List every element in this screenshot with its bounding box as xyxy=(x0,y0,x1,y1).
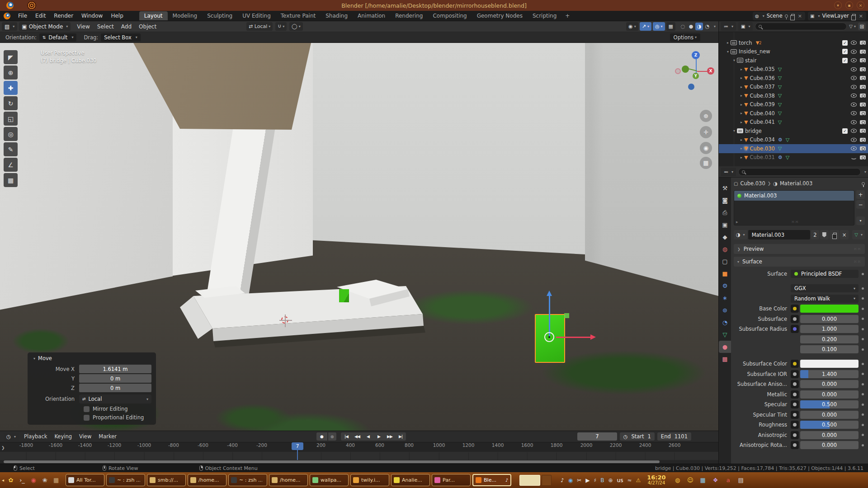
animate-decorator[interactable] xyxy=(862,328,864,330)
outliner-item-name[interactable]: Insides_new xyxy=(739,48,770,55)
render-camera-icon[interactable] xyxy=(860,76,866,80)
taskbar-window-button[interactable]: ~ : zsh ... xyxy=(106,474,145,486)
shading-mode-button[interactable]: ● xyxy=(687,23,695,30)
orientation-dropdown[interactable]: ⇅Default▾ xyxy=(39,33,77,42)
toolbar-tool-button[interactable]: ✚ xyxy=(4,81,18,95)
render-camera-icon[interactable] xyxy=(860,155,866,160)
property-widget[interactable]: 0.500 ▾ xyxy=(800,421,859,429)
socket-button[interactable] xyxy=(791,400,799,408)
playback-button[interactable]: ◀ xyxy=(363,432,373,441)
outliner-row[interactable]: ▸ ▼ Cube.035 ▼ ⚙ ▽ ✓ xyxy=(719,65,868,74)
workspace-tab[interactable]: Sculpting xyxy=(202,11,237,20)
menu-item[interactable]: Window xyxy=(77,11,107,20)
property-widget[interactable]: 0.000 ▾ xyxy=(800,411,859,419)
viewport-menu-item[interactable]: Add xyxy=(118,23,135,30)
keying-extra-button[interactable]: ● xyxy=(328,432,336,441)
toolbar-tool-button[interactable]: ◎ xyxy=(4,127,18,141)
gizmo-x-arrowhead[interactable] xyxy=(590,334,596,340)
slot-expand-arrow[interactable]: ▸ xyxy=(736,220,738,224)
socket-button[interactable] xyxy=(791,390,799,399)
render-camera-icon[interactable] xyxy=(860,120,866,124)
expand-arrow[interactable]: ▾ xyxy=(725,50,731,54)
outliner-row[interactable]: ▸ ▼ Cube.039 ▼ ⚙ ▽ ✓ xyxy=(719,100,868,109)
visibility-eye-icon[interactable] xyxy=(851,76,857,80)
workspace-tab[interactable]: Layout xyxy=(139,11,168,20)
expand-arrow[interactable]: ▾ xyxy=(731,129,737,133)
toolbar-tool-button[interactable]: ∠ xyxy=(4,158,18,172)
animate-decorator[interactable] xyxy=(862,404,864,406)
gizmo-x-axis[interactable] xyxy=(556,337,591,338)
expand-arrow[interactable]: ▸ xyxy=(739,94,744,98)
toolbar-tool-button[interactable]: ⊕ xyxy=(4,66,18,80)
socket-button[interactable] xyxy=(791,325,799,333)
animate-decorator[interactable] xyxy=(862,434,864,436)
outliner-item-name[interactable]: torch xyxy=(739,40,752,46)
fake-user-button[interactable] xyxy=(820,230,829,239)
remove-slot-button[interactable]: − xyxy=(856,200,865,209)
gizmo-y-handle[interactable] xyxy=(564,313,569,318)
property-widget[interactable]: 0.000 ▾ xyxy=(800,380,859,388)
viewport-menu-item[interactable]: View xyxy=(73,23,93,30)
tray-icon[interactable]: ▤ xyxy=(736,476,745,485)
shading-mode-button[interactable]: ◌ xyxy=(679,23,687,30)
visibility-eye-icon[interactable] xyxy=(851,155,857,160)
outliner-row[interactable]: ▸ ▼ Cube.037 ▼ ⚙ ▽ ✓ xyxy=(719,83,868,92)
expand-arrow[interactable]: ▸ xyxy=(739,103,744,107)
socket-button[interactable] xyxy=(791,370,799,378)
clock[interactable]: 16:20 4/27/24 xyxy=(647,475,665,486)
gizmo-center[interactable] xyxy=(544,332,554,342)
property-widget[interactable]: 1.400 ▾ xyxy=(800,370,859,378)
axis-x-ball[interactable]: X xyxy=(707,67,714,75)
transform-orientation-dropdown[interactable]: ⇄ Local▾ xyxy=(246,22,273,31)
animate-decorator[interactable] xyxy=(862,393,864,395)
breadcrumb-material[interactable]: Material.003 xyxy=(780,180,812,187)
surface-section-header[interactable]: ▾Surface⁙⁙ xyxy=(734,257,865,267)
workspace-tab[interactable]: Shading xyxy=(321,11,353,20)
move-field-value[interactable]: 0 m xyxy=(79,384,151,392)
properties-tab[interactable]: ▣ xyxy=(719,219,731,231)
dock-launcher-icon[interactable]: ›_ xyxy=(17,475,27,485)
outliner-item-name[interactable]: Cube.038 xyxy=(750,93,774,99)
dock-launcher-icon[interactable]: ◉ xyxy=(28,475,38,485)
visibility-eye-icon[interactable] xyxy=(851,41,857,45)
properties-tab[interactable]: ▽ xyxy=(719,328,731,341)
property-widget[interactable]: ▾ xyxy=(800,360,859,368)
axis-ball[interactable] xyxy=(682,66,689,73)
animate-decorator[interactable] xyxy=(862,318,864,320)
dock-launcher-icon[interactable]: ❀ xyxy=(40,475,50,485)
menu-item[interactable]: File xyxy=(14,11,31,20)
preview-section-header[interactable]: ❯Preview⁙⁙ xyxy=(734,244,865,254)
properties-tab[interactable]: ⊚ xyxy=(719,304,731,316)
material-slot-list[interactable]: Material.003 ▸⁙⁙ xyxy=(734,190,854,225)
outliner-row[interactable]: ▸ ▼ Cube.030 ▼ ⚙ ▽ ✓ xyxy=(719,144,868,153)
animate-decorator[interactable] xyxy=(862,338,864,340)
shading-mode-button[interactable]: ◔ xyxy=(703,23,711,30)
timeline-editor-type-button[interactable]: ◷▾ xyxy=(4,432,19,441)
panel-collapse-arrow[interactable]: ◂ xyxy=(2,478,4,483)
properties-tab[interactable]: ◙ xyxy=(719,194,731,206)
outliner-row[interactable]: ▾ ▼ bridge ▼ ⚙ ▽ ✓ xyxy=(719,127,868,136)
users-count-button[interactable]: 2 xyxy=(811,230,819,239)
taskbar-window-button[interactable]: /home... xyxy=(188,474,226,486)
auto-keying-button[interactable]: ● xyxy=(316,432,327,441)
animate-decorator[interactable] xyxy=(862,297,864,300)
properties-tab[interactable]: ⎙ xyxy=(719,206,731,219)
tray-icon[interactable]: ▶ xyxy=(585,477,590,483)
new-scene-icon[interactable] xyxy=(791,14,795,18)
outliner-row[interactable]: ▸ ▼ Cube.040 ▼ ⚙ ▽ ✓ xyxy=(719,109,868,118)
move-operator-panel[interactable]: ▾Move Move X 1.6141 m Y 0 m Z 0 m Ori xyxy=(28,352,156,425)
collection-checkbox[interactable]: ✓ xyxy=(842,128,848,134)
shading-mode-button[interactable]: ◑ xyxy=(695,23,703,30)
new-material-button[interactable] xyxy=(830,230,839,239)
slot-specials-button[interactable]: ▾ xyxy=(856,216,865,225)
workspace-other[interactable] xyxy=(542,475,552,486)
taskbar-window-button[interactable]: ~ : zsh ... xyxy=(228,474,267,486)
render-camera-icon[interactable] xyxy=(860,103,866,107)
remove-viewlayer-icon[interactable]: × xyxy=(858,13,864,19)
tray-icon[interactable]: ▦ xyxy=(698,476,708,485)
breadcrumb-object[interactable]: Cube.030 xyxy=(740,180,765,187)
snapping-toggle[interactable]: ∩▾ xyxy=(275,22,287,31)
expand-arrow[interactable]: ▸ xyxy=(739,76,744,80)
axis-z-ball[interactable]: Z xyxy=(692,51,700,59)
frame-range-start[interactable]: ◷Start1 xyxy=(620,432,655,441)
